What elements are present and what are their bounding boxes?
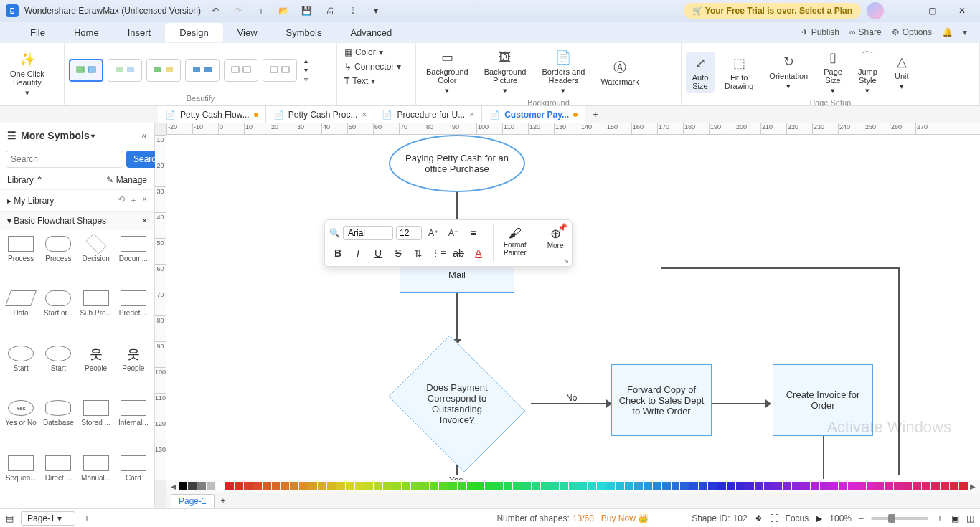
color-dropdown[interactable]: ▦ Color ▾ xyxy=(341,46,386,59)
palette-right-icon[interactable]: ▶ xyxy=(969,483,977,490)
color-swatch[interactable] xyxy=(364,482,373,490)
color-swatch[interactable] xyxy=(346,482,354,490)
redo-icon[interactable]: ↷ xyxy=(230,2,247,19)
color-swatch[interactable] xyxy=(717,482,726,490)
style-thumb-5[interactable] xyxy=(224,59,258,82)
menu-view[interactable]: View xyxy=(223,23,272,42)
color-swatch[interactable] xyxy=(281,482,289,490)
color-swatch[interactable] xyxy=(327,482,336,490)
zoom-level[interactable]: 100% xyxy=(829,513,852,523)
presentation-icon[interactable]: ▶ xyxy=(816,513,822,523)
color-swatch[interactable] xyxy=(188,482,197,490)
fit-drawing-button[interactable]: ⬚Fit to Drawing xyxy=(719,52,759,93)
add-page-status-icon[interactable]: ＋ xyxy=(83,512,91,524)
shape-person2[interactable]: 웃People xyxy=(116,343,151,396)
color-swatch[interactable] xyxy=(950,482,958,490)
shape-manual[interactable]: Manual... xyxy=(78,452,114,505)
color-swatch[interactable] xyxy=(244,482,253,490)
color-swatch[interactable] xyxy=(494,482,503,490)
color-swatch[interactable] xyxy=(913,482,921,490)
auto-size-button[interactable]: ⤢Auto Size xyxy=(686,52,715,93)
fullscreen-icon[interactable]: ⛶ xyxy=(770,513,778,523)
page-size-button[interactable]: ▯Page Size▾ xyxy=(818,46,848,98)
zoom-out-icon[interactable]: − xyxy=(859,513,864,523)
connector-dropdown[interactable]: ↳ Connector ▾ xyxy=(341,60,404,73)
style-thumb-2[interactable] xyxy=(108,59,142,82)
shape-doc[interactable]: Docum... xyxy=(116,233,151,286)
one-click-beautify-button[interactable]: ✨One Click Beautify▾ xyxy=(4,48,50,100)
toolbar-launcher-icon[interactable]: ↘ xyxy=(563,257,569,265)
section-title[interactable]: Basic Flowchart Shapes xyxy=(14,216,106,226)
shape-predef[interactable]: Predefi... xyxy=(116,288,151,341)
style-thumb-3[interactable] xyxy=(146,59,181,82)
color-swatch[interactable] xyxy=(764,482,773,490)
color-swatch[interactable] xyxy=(894,482,903,490)
collapse-lib-icon[interactable]: ⌃ xyxy=(36,175,43,185)
color-swatch[interactable] xyxy=(672,482,680,490)
menu-chevron-icon[interactable]: ▾ xyxy=(963,27,967,37)
color-swatch[interactable] xyxy=(532,482,540,490)
zoom-in-icon[interactable]: ＋ xyxy=(936,512,944,524)
buy-now-link[interactable]: Buy Now 👑 xyxy=(601,513,649,523)
drawing-canvas[interactable]: Paying Petty Cash for an office Purchase… xyxy=(166,135,980,480)
color-swatch[interactable] xyxy=(867,482,875,490)
shape-internal[interactable]: Internal... xyxy=(116,397,151,450)
lib-refresh-icon[interactable]: ⟲ xyxy=(118,194,125,206)
color-swatch[interactable] xyxy=(225,482,234,490)
color-swatch[interactable] xyxy=(903,482,912,490)
share-button[interactable]: ∞ Share xyxy=(849,27,882,37)
color-swatch[interactable] xyxy=(959,482,968,490)
align-icon[interactable]: ≡ xyxy=(465,224,482,242)
options-button[interactable]: ⚙ Options xyxy=(892,27,932,37)
color-swatch[interactable] xyxy=(485,482,494,490)
line-spacing-icon[interactable]: ⇅ xyxy=(410,244,427,262)
color-swatch[interactable] xyxy=(875,482,884,490)
borders-headers-button[interactable]: 📄Borders and Headers▾ xyxy=(536,46,590,98)
color-swatch[interactable] xyxy=(689,482,698,490)
color-swatch[interactable] xyxy=(755,482,763,490)
page-tab-1[interactable]: Page-1 xyxy=(171,494,215,508)
color-swatch[interactable] xyxy=(616,482,624,490)
flowchart-start-shape[interactable]: Paying Petty Cash for an office Purchase xyxy=(389,135,525,192)
bullets-icon[interactable]: ⋮≡ xyxy=(430,244,447,262)
shape-circle[interactable]: Start xyxy=(40,343,76,396)
shape-roundrect[interactable]: Process xyxy=(40,233,76,286)
menu-insert[interactable]: Insert xyxy=(113,23,166,42)
underline-icon[interactable]: U xyxy=(369,244,387,262)
color-swatch[interactable] xyxy=(680,482,689,490)
color-swatch[interactable] xyxy=(653,482,661,490)
page-list-icon[interactable]: ▤ xyxy=(6,513,14,523)
watermark-button[interactable]: ⒶWatermark xyxy=(595,56,644,89)
color-swatch[interactable] xyxy=(476,482,485,490)
color-swatch[interactable] xyxy=(560,482,568,490)
color-swatch[interactable] xyxy=(839,482,847,490)
color-swatch[interactable] xyxy=(922,482,930,490)
color-swatch[interactable] xyxy=(588,482,596,490)
color-swatch[interactable] xyxy=(179,482,187,490)
new-icon[interactable]: ＋ xyxy=(253,2,270,19)
color-swatch[interactable] xyxy=(439,482,448,490)
shape-ellipse[interactable]: Start xyxy=(3,343,39,396)
layers-icon[interactable]: ❖ xyxy=(755,513,763,523)
style-scroll-up-icon[interactable]: ▴ xyxy=(304,57,308,65)
flowchart-invoice-shape[interactable]: Create Invoice for Order xyxy=(773,364,873,436)
section-close-icon[interactable]: × xyxy=(142,216,147,226)
color-swatch[interactable] xyxy=(773,482,782,490)
color-swatch[interactable] xyxy=(392,482,401,490)
add-tab-button[interactable]: ＋ xyxy=(585,106,606,123)
shape-stadium[interactable]: Start or... xyxy=(40,288,76,341)
trial-banner[interactable]: 🛒 Your Free Trial is over. Select a Plan xyxy=(684,3,861,19)
maximize-icon[interactable]: ▢ xyxy=(920,2,944,19)
decrease-font-icon[interactable]: A⁻ xyxy=(445,224,462,242)
focus-toggle[interactable]: Focus xyxy=(786,513,809,523)
bg-picture-button[interactable]: 🖼Background Picture▾ xyxy=(479,46,532,98)
style-thumb-1[interactable] xyxy=(69,59,103,82)
menu-symbols[interactable]: Symbols xyxy=(272,23,336,42)
shape-diamond[interactable]: Decision xyxy=(78,233,114,286)
minimize-icon[interactable]: ─ xyxy=(890,2,914,19)
fit-width-icon[interactable]: ◫ xyxy=(966,513,974,523)
color-swatch[interactable] xyxy=(430,482,438,490)
flowchart-forward-shape[interactable]: Forward Copy of Check to Sales Dept to W… xyxy=(611,364,712,436)
connector-line[interactable] xyxy=(823,436,824,479)
menu-advanced[interactable]: Advanced xyxy=(336,23,406,42)
